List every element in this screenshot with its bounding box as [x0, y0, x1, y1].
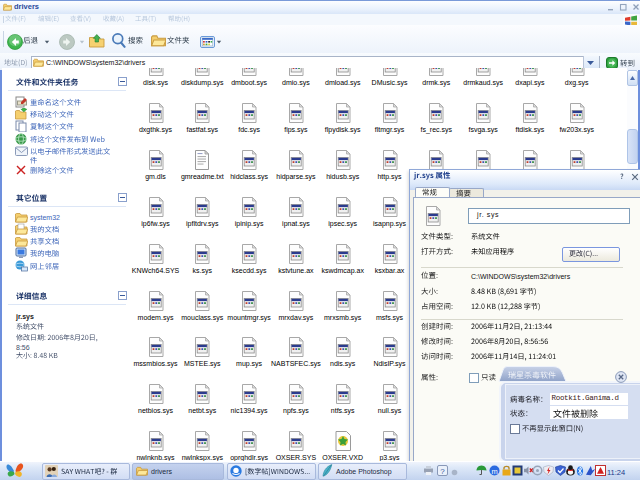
svg-text:?: ?: [440, 467, 445, 476]
svg-text:m: m: [491, 467, 497, 476]
